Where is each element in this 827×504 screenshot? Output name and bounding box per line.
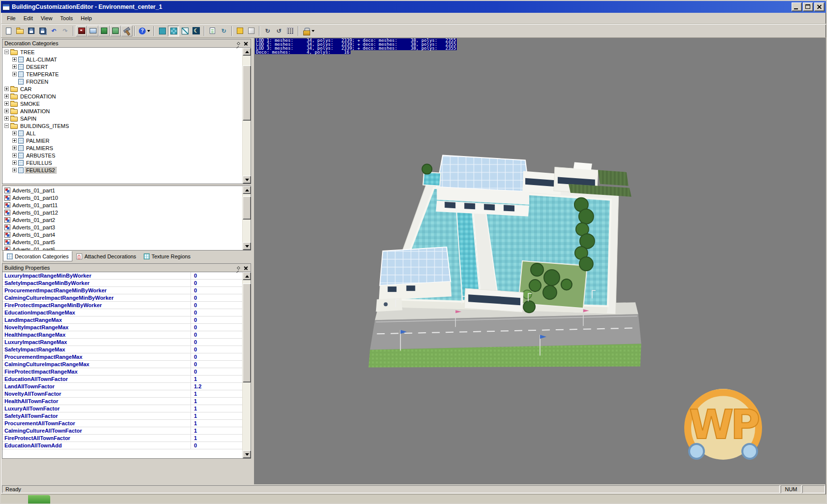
SafetyImpactRangeMinByWorker[interactable]: SafetyImpactRangeMinByWorker 0 (2, 280, 242, 287)
scrollbar-thumb[interactable] (243, 284, 251, 382)
build-tools-button[interactable] (121, 26, 132, 36)
import-button[interactable] (110, 26, 121, 36)
tree-item[interactable]: TEMPERATE (2, 70, 242, 78)
menu-file[interactable]: File (3, 14, 20, 23)
panel-close-button[interactable] (242, 40, 250, 47)
tree-item[interactable]: PALMIER (2, 137, 242, 144)
tab-attached-decorations[interactable]: Attached Decorations (73, 251, 139, 261)
list-item[interactable]: Adverts_01_part3 (2, 223, 242, 231)
scroll-up-button[interactable] (243, 186, 251, 194)
rotate-ccw-button[interactable]: ↺ (273, 26, 285, 36)
EducationImpactRangeMax[interactable]: EducationImpactRangeMax 0 (2, 309, 242, 316)
tree-item[interactable]: CAR (2, 85, 242, 93)
tree-item[interactable]: DESERT (2, 63, 242, 70)
expander-icon[interactable] (12, 146, 17, 150)
expander-icon[interactable] (4, 116, 9, 121)
tree-item[interactable]: BUILDINGS_ITEMS (2, 122, 242, 129)
view-solid-button[interactable] (157, 26, 168, 36)
snapshot-button[interactable] (87, 26, 98, 36)
new-button[interactable] (3, 26, 14, 36)
taskbar-start-fragment[interactable] (28, 495, 50, 504)
scrollbar-track[interactable] (243, 194, 251, 242)
tree-item[interactable]: SAPIN (2, 115, 242, 122)
CalmingCultureImpactRangeMax[interactable]: CalmingCultureImpactRangeMax 0 (2, 361, 242, 368)
render-mode-button[interactable] (76, 26, 87, 36)
undo-button[interactable]: ↶ (48, 26, 60, 36)
EducationAllTownFactor[interactable]: EducationAllTownFactor 1 (2, 376, 242, 383)
list-item[interactable]: Adverts_01_part6 (2, 246, 242, 250)
expander-icon[interactable] (12, 168, 17, 172)
tab-texture-regions[interactable]: Texture Regions (140, 251, 194, 261)
expander-icon[interactable] (4, 109, 9, 113)
tree-item[interactable]: PALMIERS (2, 144, 242, 152)
expander-icon[interactable] (4, 94, 9, 98)
menu-help[interactable]: Help (77, 14, 96, 23)
save-all-button[interactable] (37, 26, 48, 36)
list-item[interactable]: Adverts_01_part4 (2, 231, 242, 238)
tree-item[interactable]: SMOKE (2, 100, 242, 107)
rotate-cw-button[interactable]: ↻ (262, 26, 273, 36)
HealthImpactRangeMax[interactable]: HealthImpactRangeMax 0 (2, 331, 242, 339)
minimize-button[interactable] (792, 2, 802, 11)
list-item[interactable]: Adverts_01_part2 (2, 216, 242, 223)
titlebar[interactable]: BuildingCustomizationEditor - Environmen… (1, 1, 826, 13)
open-button[interactable] (14, 26, 26, 36)
menu-tools[interactable]: Tools (56, 14, 77, 23)
FireProtectImpactRangeMinByWorker[interactable]: FireProtectImpactRangeMinByWorker 0 (2, 302, 242, 309)
close-button[interactable] (814, 2, 825, 11)
LuxuryAllTownFactor[interactable]: LuxuryAllTownFactor 1 (2, 405, 242, 412)
NoveltyAllTownFactor[interactable]: NoveltyAllTownFactor 1 (2, 390, 242, 398)
list-item[interactable]: Adverts_01_part12 (2, 209, 242, 216)
properties-vertical-scrollbar[interactable] (242, 272, 251, 458)
tree-item[interactable]: ANIMATION (2, 107, 242, 115)
scrollbar-track[interactable] (243, 280, 251, 450)
expander-icon[interactable] (12, 160, 17, 165)
script-button[interactable] (207, 26, 218, 36)
NoveltyImpactRangeMax[interactable]: NoveltyImpactRangeMax 0 (2, 324, 242, 331)
scrollbar-thumb[interactable] (243, 65, 251, 121)
EducationAllTownAdd[interactable]: EducationAllTownAdd 0 (2, 442, 242, 449)
FireProtectImpactRangeMax[interactable]: FireProtectImpactRangeMax 0 (2, 368, 242, 376)
viewport-3d[interactable]: LOD 1: meshes: 34, polys: 2339; + deco: … (254, 38, 826, 484)
list-vertical-scrollbar[interactable] (242, 186, 251, 250)
maximize-button[interactable] (803, 2, 813, 11)
list-item[interactable]: Adverts_01_part1 (2, 187, 242, 194)
HealthAllTownFactor[interactable]: HealthAllTownFactor 1 (2, 398, 242, 405)
night-view-button[interactable]: ☾ (191, 26, 202, 36)
list-item[interactable]: Adverts_01_part5 (2, 238, 242, 246)
expander-icon[interactable] (12, 153, 17, 158)
LuxuryImpactRangeMax[interactable]: LuxuryImpactRangeMax 0 (2, 339, 242, 346)
expander-icon[interactable] (12, 131, 17, 135)
help-button[interactable]: ? (137, 26, 152, 36)
tree-item[interactable]: FROZEN (2, 78, 242, 85)
scrollbar-thumb[interactable] (243, 196, 251, 220)
scroll-up-button[interactable] (243, 272, 251, 280)
scrollbar-track[interactable] (243, 56, 251, 176)
LandImpactRangeMax[interactable]: LandImpactRangeMax 0 (2, 316, 242, 324)
tree-vertical-scrollbar[interactable] (242, 48, 251, 184)
expander-icon[interactable] (12, 138, 17, 143)
grid-toggle-button[interactable] (285, 26, 296, 36)
pin-button[interactable] (235, 40, 242, 47)
expander-icon[interactable] (4, 87, 9, 91)
scroll-down-button[interactable] (243, 176, 251, 184)
tree-item[interactable]: ALL (2, 129, 242, 137)
ProcurementAllTownFactor[interactable]: ProcurementAllTownFactor 1 (2, 420, 242, 427)
save-button[interactable] (26, 26, 37, 36)
ProcurementImpactRangeMinByWorker[interactable]: ProcurementImpactRangeMinByWorker 0 (2, 287, 242, 294)
view-wireframe-button[interactable] (179, 26, 191, 36)
SafetyImpactRangeMax[interactable]: SafetyImpactRangeMax 0 (2, 346, 242, 353)
list-item[interactable]: Adverts_01_part11 (2, 201, 242, 209)
expander-icon[interactable] (12, 57, 17, 62)
view-textured-button[interactable] (168, 26, 179, 36)
pin-button[interactable] (235, 265, 242, 271)
material-button[interactable] (246, 26, 257, 36)
scroll-down-button[interactable] (243, 450, 251, 458)
CalmingCultureImpactRangeMinByWorker[interactable]: CalmingCultureImpactRangeMinByWorker 0 (2, 294, 242, 302)
expander-icon[interactable] (12, 72, 17, 76)
tree-item[interactable]: FEUILLUS2 (2, 166, 242, 174)
scroll-down-button[interactable] (243, 242, 251, 250)
tree-item[interactable]: ARBUSTES (2, 152, 242, 159)
ProcurementImpactRangeMax[interactable]: ProcurementImpactRangeMax 0 (2, 353, 242, 361)
CalmingCultureAllTownFactor[interactable]: CalmingCultureAllTownFactor 1 (2, 427, 242, 435)
